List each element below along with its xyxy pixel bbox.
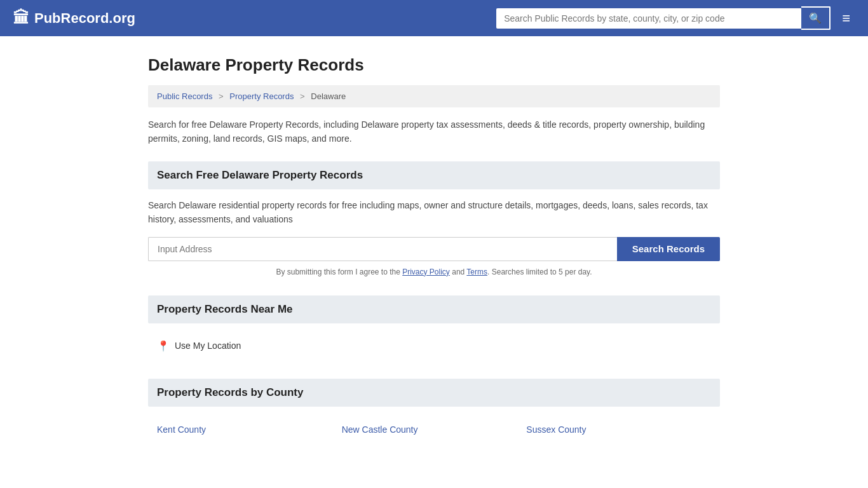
breadcrumb-sep-2: > <box>300 92 305 101</box>
county-new-castle[interactable]: New Castle County <box>342 424 527 435</box>
main-content: Delaware Property Records Public Records… <box>135 36 733 488</box>
county-section-header: Property Records by County <box>148 379 720 407</box>
header-search-wrap: 🔍 <box>496 6 831 30</box>
breadcrumb-property-records[interactable]: Property Records <box>229 92 294 101</box>
terms-link[interactable]: Terms <box>466 268 487 276</box>
disclaimer-and: and <box>450 268 466 276</box>
header-search-input[interactable] <box>496 8 801 29</box>
breadcrumb: Public Records > Property Records > Dela… <box>148 85 720 107</box>
disclaimer-before: By submitting this form I agree to the <box>276 268 402 276</box>
page-description: Search for free Delaware Property Record… <box>148 118 720 146</box>
address-search-form: Search Records <box>148 237 720 261</box>
near-me-header: Property Records Near Me <box>148 295 720 323</box>
county-section: Property Records by County Kent County N… <box>148 379 720 444</box>
address-input[interactable] <box>148 237 617 261</box>
site-header: 🏛 PubRecord.org 🔍 ≡ <box>0 0 868 36</box>
use-location-button[interactable]: 📍 Use My Location <box>148 332 720 360</box>
header-search-icon: 🔍 <box>809 13 822 24</box>
logo-text: PubRecord.org <box>34 10 135 27</box>
breadcrumb-sep-1: > <box>219 92 224 101</box>
search-records-button[interactable]: Search Records <box>617 237 720 261</box>
search-section: Search Free Delaware Property Records Se… <box>148 161 720 276</box>
site-logo[interactable]: 🏛 PubRecord.org <box>13 8 135 28</box>
county-kent[interactable]: Kent County <box>157 424 342 435</box>
menu-icon: ≡ <box>842 10 850 26</box>
header-search-button[interactable]: 🔍 <box>801 6 831 30</box>
header-right: 🔍 ≡ <box>496 6 855 30</box>
county-list: Kent County New Castle County Sussex Cou… <box>148 416 720 444</box>
form-disclaimer: By submitting this form I agree to the P… <box>148 268 720 276</box>
search-description: Search Delaware residential property rec… <box>148 198 720 227</box>
logo-icon: 🏛 <box>13 8 29 28</box>
near-me-section: Property Records Near Me 📍 Use My Locati… <box>148 295 720 360</box>
privacy-policy-link[interactable]: Privacy Policy <box>402 268 450 276</box>
location-icon: 📍 <box>157 340 170 352</box>
breadcrumb-public-records[interactable]: Public Records <box>157 92 212 101</box>
breadcrumb-current: Delaware <box>311 92 346 101</box>
header-menu-button[interactable]: ≡ <box>837 8 855 29</box>
page-title: Delaware Property Records <box>148 55 720 75</box>
use-location-label: Use My Location <box>175 341 241 351</box>
search-section-header: Search Free Delaware Property Records <box>148 161 720 189</box>
county-sussex[interactable]: Sussex County <box>526 424 711 435</box>
disclaimer-after: . Searches limited to 5 per day. <box>487 268 592 276</box>
